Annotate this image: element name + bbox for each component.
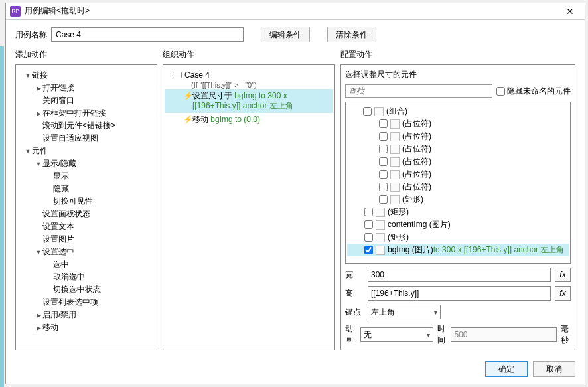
add-action-header: 添加动作 xyxy=(15,48,157,64)
width-input[interactable] xyxy=(368,268,551,282)
width-fx-button[interactable]: fx xyxy=(555,268,571,282)
widget-tree-item[interactable]: (占位符) xyxy=(347,181,569,193)
chevron-right-icon[interactable] xyxy=(35,85,42,92)
widget-checkbox[interactable] xyxy=(379,132,388,141)
tree-item[interactable]: 切换选中状态 xyxy=(17,283,155,296)
widget-tree-item[interactable]: (占位符) xyxy=(347,117,569,130)
case-item[interactable]: Case 4 xyxy=(165,69,333,81)
tree-item[interactable]: 链接 xyxy=(17,69,155,82)
widget-checkbox[interactable] xyxy=(363,107,372,116)
widget-icon xyxy=(376,233,385,242)
chevron-right-icon[interactable] xyxy=(35,312,42,319)
widget-icon xyxy=(376,208,385,217)
ok-button[interactable]: 确定 xyxy=(485,361,528,377)
height-fx-button[interactable]: fx xyxy=(555,286,571,301)
widget-checkbox[interactable] xyxy=(364,220,373,229)
action-set-size[interactable]: ⚡ 设置尺寸于 bgImg to 300 x [[196+This.y]] an… xyxy=(165,89,333,113)
chevron-down-icon[interactable] xyxy=(24,72,32,79)
widget-tree-item[interactable]: (矩形) xyxy=(347,231,569,244)
widget-tree-item[interactable]: bgImg (图片) to 300 x [[196+This.y]] ancho… xyxy=(347,244,569,256)
actions-tree[interactable]: 链接打开链接关闭窗口在框架中打开链接滚动到元件<错链接>设置自适应视图元件显示/… xyxy=(15,64,157,350)
tree-item[interactable]: 取消选中 xyxy=(17,271,155,283)
tree-item[interactable]: 设置列表选中项 xyxy=(17,296,155,309)
widget-checkbox[interactable] xyxy=(364,246,373,254)
close-icon[interactable]: ✕ xyxy=(559,4,581,19)
tree-item[interactable]: 设置面板状态 xyxy=(17,208,155,220)
tree-item[interactable]: 滚动到元件<错链接> xyxy=(17,119,155,132)
chevron-right-icon[interactable] xyxy=(35,110,42,117)
tree-item-label: 启用/禁用 xyxy=(42,309,76,321)
bolt-icon: ⚡ xyxy=(183,91,192,101)
widget-tree-item[interactable]: (矩形) xyxy=(347,193,569,206)
tree-item-label: 隐藏 xyxy=(53,183,69,194)
animation-row: 动画 无 时间 毫秒 xyxy=(345,323,571,346)
tree-item[interactable]: 在框架中打开链接 xyxy=(17,107,155,119)
widget-checkbox[interactable] xyxy=(364,208,373,216)
tree-item[interactable]: 显示 xyxy=(17,170,155,183)
time-label: 时间 xyxy=(437,323,447,346)
widget-icon xyxy=(374,107,384,116)
tree-item[interactable]: 启用/禁用 xyxy=(17,309,155,321)
tree-item[interactable]: 设置选中 xyxy=(17,246,155,258)
widget-checkbox[interactable] xyxy=(379,145,388,153)
widget-tree-item[interactable]: (占位符) xyxy=(347,155,569,168)
widget-tree-item[interactable]: (组合) xyxy=(347,105,569,117)
widget-action-text: to 300 x [[196+This.y]] anchor 左上角 xyxy=(433,244,565,256)
animation-select[interactable]: 无 xyxy=(360,327,433,342)
widget-label: (矩形) xyxy=(388,232,409,243)
case-list[interactable]: Case 4 (If "[[This.y]]" >= "0") ⚡ 设置尺寸于 … xyxy=(163,64,335,350)
edit-condition-button[interactable]: 编辑条件 xyxy=(261,27,310,42)
search-input[interactable] xyxy=(345,84,492,98)
tree-item[interactable]: 设置自适应视图 xyxy=(17,132,155,145)
tree-item[interactable]: 隐藏 xyxy=(17,183,155,195)
widget-icon xyxy=(390,170,400,179)
widget-icon xyxy=(376,220,385,230)
anchor-select[interactable]: 左上角 xyxy=(368,305,441,319)
widget-checkbox[interactable] xyxy=(379,170,388,179)
case-condition: (If "[[This.y]]" >= "0") xyxy=(165,81,333,89)
columns: 添加动作 链接打开链接关闭窗口在框架中打开链接滚动到元件<错链接>设置自适应视图… xyxy=(6,48,585,356)
cancel-button[interactable]: 取消 xyxy=(533,361,575,377)
tree-item[interactable]: 切换可见性 xyxy=(17,195,155,208)
tree-item[interactable]: 显示/隐藏 xyxy=(17,157,155,170)
configure-section-title: 选择调整尺寸的元件 xyxy=(345,69,571,80)
tree-item[interactable]: 关闭窗口 xyxy=(17,94,155,107)
hide-unnamed-checkbox[interactable]: 隐藏未命名的元件 xyxy=(496,86,571,97)
chevron-down-icon[interactable] xyxy=(35,161,42,167)
tree-item[interactable]: 设置图片 xyxy=(17,233,155,246)
tree-item-label: 打开链接 xyxy=(42,82,74,94)
widget-checkbox[interactable] xyxy=(379,183,388,191)
widget-tree[interactable]: (组合)(占位符)(占位符)(占位符)(占位符)(占位符)(占位符)(矩形)(矩… xyxy=(345,102,571,264)
widget-label: (组合) xyxy=(386,106,407,117)
tree-item-label: 设置选中 xyxy=(42,246,74,258)
case-name-input[interactable] xyxy=(51,27,244,42)
widget-tree-item[interactable]: (占位符) xyxy=(347,143,569,155)
background-strip xyxy=(0,46,4,387)
widget-tree-item[interactable]: (占位符) xyxy=(347,168,569,181)
chevron-right-icon[interactable] xyxy=(35,325,42,331)
tree-item[interactable]: 元件 xyxy=(17,145,155,157)
widget-checkbox[interactable] xyxy=(379,157,388,166)
chevron-down-icon[interactable] xyxy=(35,249,42,256)
height-input[interactable] xyxy=(368,286,551,301)
tree-item[interactable]: 选中 xyxy=(17,258,155,271)
widget-icon xyxy=(390,132,400,141)
widget-checkbox[interactable] xyxy=(364,233,373,242)
tree-item-label: 关闭窗口 xyxy=(42,95,74,106)
case-name-row: 用例名称 编辑条件 清除条件 xyxy=(6,20,585,48)
widget-checkbox[interactable] xyxy=(379,119,388,128)
widget-checkbox[interactable] xyxy=(379,195,388,204)
configure-action-header: 配置动作 xyxy=(340,48,575,64)
tree-item[interactable]: 移动 xyxy=(17,321,155,334)
widget-tree-item[interactable]: contentImg (图片) xyxy=(347,218,569,231)
tree-item-label: 链接 xyxy=(32,70,48,81)
widget-tree-item[interactable]: (矩形) xyxy=(347,206,569,218)
clear-condition-button[interactable]: 清除条件 xyxy=(327,27,376,42)
tree-item[interactable]: 设置文本 xyxy=(17,220,155,233)
action-move[interactable]: ⚡ 移动 bgImg to (0,0) xyxy=(165,113,333,127)
tree-item-label: 设置面板状态 xyxy=(42,208,90,220)
tree-item-label: 设置自适应视图 xyxy=(42,133,98,144)
tree-item[interactable]: 打开链接 xyxy=(17,82,155,94)
widget-tree-item[interactable]: (占位符) xyxy=(347,130,569,143)
chevron-down-icon[interactable] xyxy=(24,148,32,155)
